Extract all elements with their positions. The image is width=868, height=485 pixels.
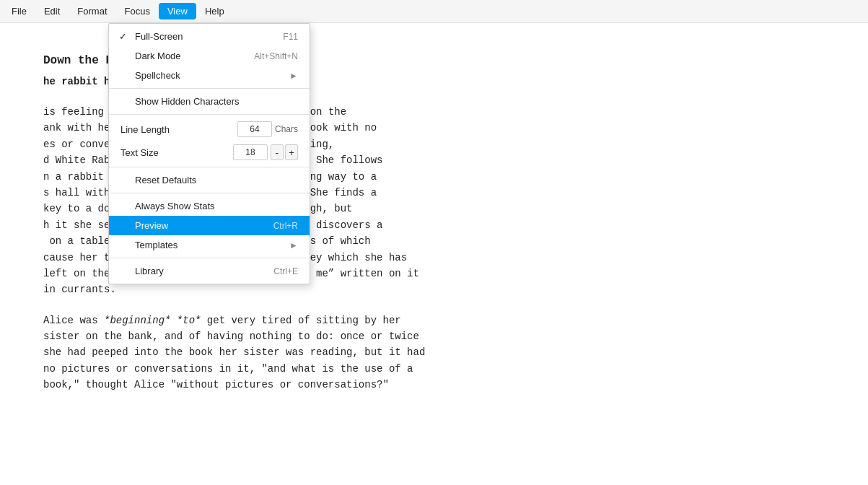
darkmode-shortcut: Alt+Shift+N — [254, 51, 298, 61]
separator-5 — [109, 258, 310, 258]
reset-defaults-label: Reset Defaults — [135, 175, 196, 185]
menu-format[interactable]: Format — [69, 3, 115, 19]
content-paragraph2: Alice was *beginning* *to* get very tire… — [43, 313, 825, 393]
menu-edit[interactable]: Edit — [35, 3, 69, 19]
menu-library[interactable]: Library Ctrl+E — [109, 261, 310, 281]
preview-shortcut: Ctrl+R — [273, 221, 298, 231]
spellcheck-label: Spellcheck — [135, 70, 180, 81]
line-length-label: Line Length — [120, 124, 232, 135]
menu-reset-defaults[interactable]: Reset Defaults — [109, 170, 310, 190]
menu-darkmode[interactable]: Dark Mode Alt+Shift+N — [109, 46, 310, 66]
separator-4 — [109, 193, 310, 193]
view-dropdown-menu: ✓ Full-Screen F11 Dark Mode Alt+Shift+N … — [108, 23, 310, 284]
menu-view[interactable]: View — [159, 3, 196, 19]
line-length-input[interactable] — [237, 121, 272, 137]
menu-always-show-stats[interactable]: Always Show Stats — [109, 196, 310, 216]
separator-3 — [109, 167, 310, 167]
fullscreen-label: Full-Screen — [135, 31, 183, 42]
menu-line-length: Line Length Chars — [109, 118, 310, 141]
spellcheck-arrow-icon: ► — [289, 71, 298, 81]
library-label: Library — [135, 266, 164, 276]
line-length-unit: Chars — [275, 124, 298, 134]
templates-label: Templates — [135, 240, 177, 250]
separator-1 — [109, 88, 310, 89]
menu-show-hidden[interactable]: Show Hidden Characters — [109, 92, 310, 111]
menu-file[interactable]: File — [3, 3, 35, 19]
show-hidden-label: Show Hidden Characters — [135, 96, 240, 107]
menubar: File Edit Format Focus View Help — [0, 0, 868, 23]
darkmode-label: Dark Mode — [135, 51, 181, 61]
text-size-decrease-button[interactable]: - — [271, 144, 284, 160]
menu-preview[interactable]: Preview Ctrl+R — [109, 216, 310, 235]
separator-2 — [109, 114, 310, 115]
menu-focus[interactable]: Focus — [116, 3, 159, 19]
menu-spellcheck[interactable]: Spellcheck ► — [109, 66, 310, 85]
text-size-increase-button[interactable]: + — [285, 144, 298, 160]
always-show-stats-label: Always Show Stats — [135, 201, 215, 211]
library-shortcut: Ctrl+E — [273, 266, 298, 276]
fullscreen-shortcut: F11 — [283, 32, 298, 42]
menu-fullscreen[interactable]: ✓ Full-Screen F11 — [109, 27, 310, 46]
text-size-label: Text Size — [120, 147, 227, 158]
preview-label: Preview — [135, 220, 168, 231]
fullscreen-check-icon: ✓ — [119, 31, 127, 42]
templates-arrow-icon: ► — [289, 240, 298, 250]
menu-templates[interactable]: Templates ► — [109, 235, 310, 255]
menu-text-size: Text Size - + — [109, 141, 310, 164]
menu-help[interactable]: Help — [196, 3, 233, 19]
text-size-input[interactable] — [233, 144, 268, 160]
